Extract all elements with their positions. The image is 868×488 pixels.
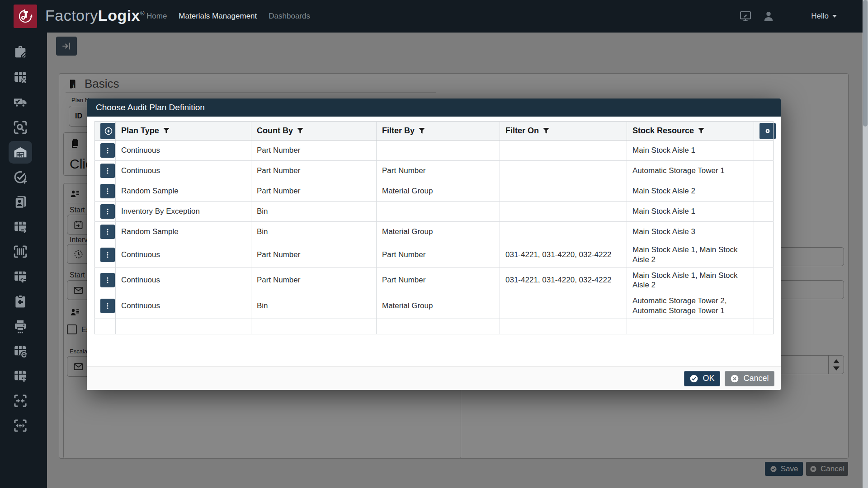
row-menu-button[interactable] — [100, 164, 115, 178]
sidebar-item-contact-cards[interactable] — [9, 191, 32, 213]
kebab-menu-icon — [104, 276, 112, 284]
table-row[interactable]: Random Sample Bin Material Group Main St… — [95, 222, 774, 242]
cell-plan-type: Continuous — [116, 141, 251, 161]
cell-stock-resource: Main Stock Aisle 1 — [627, 141, 754, 161]
column-header-plan-type[interactable]: Plan Type — [116, 122, 251, 141]
table-row[interactable]: Continuous Part Number Main Stock Aisle … — [95, 141, 774, 161]
kebab-menu-icon — [104, 251, 112, 259]
cell-stock-resource: Main Stock Aisle 3 — [627, 222, 754, 242]
table-add-icon — [13, 368, 28, 384]
nav-materials-management[interactable]: Materials Management — [179, 12, 257, 21]
user-icon[interactable] — [762, 9, 775, 23]
briefcase-edit-icon — [13, 45, 28, 60]
filter-icon — [543, 128, 549, 134]
row-menu-button[interactable] — [100, 225, 115, 239]
column-header-stock-resource[interactable]: Stock Resource — [627, 122, 754, 141]
table-delete-icon — [13, 70, 28, 85]
cell-plan-type: Continuous — [116, 267, 251, 293]
kebab-menu-icon — [104, 167, 112, 175]
cell-filter-by: Part Number — [377, 267, 500, 293]
table-row[interactable]: Random Sample Part Number Material Group… — [95, 181, 774, 202]
row-menu-button[interactable] — [100, 143, 115, 158]
sidebar-item-box-transfer-in[interactable] — [9, 389, 32, 412]
row-menu-button[interactable] — [100, 299, 115, 313]
user-menu-label: Hello — [811, 12, 829, 21]
box-transfer-in-icon — [13, 393, 28, 408]
cell-filter-on — [500, 181, 627, 202]
filter-icon — [163, 128, 170, 134]
kebab-menu-icon — [104, 302, 112, 310]
cell-plan-type: Inventory By Exception — [116, 202, 251, 222]
ok-button[interactable]: OK — [684, 371, 720, 386]
cancel-button[interactable]: Cancel — [725, 371, 774, 386]
sidebar-item-briefcase-edit[interactable] — [9, 41, 32, 64]
sidebar-item-scan-search[interactable] — [9, 116, 32, 139]
scan-search-icon — [13, 120, 28, 135]
cell-filter-by: Material Group — [377, 222, 500, 242]
sidebar-item-table-delete[interactable] — [9, 66, 32, 89]
tool-sidebar — [0, 33, 47, 488]
user-menu[interactable]: Hello — [811, 0, 837, 33]
modal-title: Choose Audit Plan Definition — [96, 103, 205, 113]
sidebar-item-check-circle-add[interactable] — [9, 166, 32, 188]
main-nav: Home Materials Management Dashboards — [146, 0, 310, 33]
row-menu-button[interactable] — [100, 248, 115, 262]
cell-filter-on: 031-4221, 031-4220, 032-4222 — [500, 242, 627, 268]
table-row[interactable]: Continuous Part Number Part Number 031-4… — [95, 242, 774, 268]
table-export-icon — [13, 219, 28, 235]
cancel-label: Cancel — [743, 374, 769, 383]
sidebar-item-table-export[interactable] — [9, 216, 32, 238]
sidebar-item-printer[interactable] — [9, 315, 32, 338]
table-row[interactable]: Inventory By Exception Bin Main Stock Ai… — [95, 202, 774, 222]
modal-body: Plan Type Count By Filter By Filter On S… — [87, 117, 781, 366]
add-row-button[interactable] — [100, 123, 117, 139]
truck-check-icon — [13, 94, 28, 110]
sidebar-item-barcode-scan[interactable] — [9, 240, 32, 263]
row-menu-button[interactable] — [100, 184, 115, 198]
sidebar-item-table-import[interactable] — [9, 265, 32, 288]
page-scrollbar[interactable] — [863, 0, 868, 488]
nav-home[interactable]: Home — [146, 12, 167, 21]
cell-filter-by: Material Group — [377, 181, 500, 202]
cell-count-by: Part Number — [251, 141, 377, 161]
nav-dashboards[interactable]: Dashboards — [269, 12, 310, 21]
sidebar-item-warehouse[interactable] — [9, 141, 32, 164]
sidebar-item-table-refresh[interactable] — [9, 340, 32, 362]
row-menu-button[interactable] — [100, 273, 115, 287]
cell-filter-on — [500, 222, 627, 242]
column-header-filter-on[interactable]: Filter On — [500, 122, 627, 141]
sidebar-item-truck-check[interactable] — [9, 91, 32, 113]
cell-stock-resource: Automatic Storage Tower 2, Automatic Sto… — [627, 293, 754, 319]
row-menu-button[interactable] — [100, 204, 115, 219]
sidebar-item-clipboard-return[interactable] — [9, 290, 32, 313]
grid-settings-button[interactable] — [760, 123, 776, 139]
contact-cards-icon — [13, 194, 28, 210]
check-circle-add-icon — [13, 169, 28, 185]
table-row[interactable]: Continuous Part Number Part Number Autom… — [95, 161, 774, 181]
column-header-count-by[interactable]: Count By — [251, 122, 377, 141]
cell-filter-by — [377, 202, 500, 222]
cell-plan-type: Continuous — [116, 293, 251, 319]
empty-table-row — [95, 319, 774, 334]
table-row[interactable]: Continuous Part Number Part Number 031-4… — [95, 267, 774, 293]
printer-icon — [13, 319, 28, 334]
audit-plan-definition-modal: Choose Audit Plan Definition Plan Type C… — [87, 99, 781, 390]
cell-filter-by — [377, 141, 500, 161]
filter-icon — [698, 128, 704, 134]
ok-label: OK — [703, 374, 714, 383]
cell-filter-by: Part Number — [377, 161, 500, 181]
kebab-menu-icon — [104, 146, 112, 155]
factorylogix-logo[interactable] — [14, 5, 37, 28]
cell-plan-type: Continuous — [116, 242, 251, 268]
cell-plan-type: Random Sample — [116, 222, 251, 242]
sidebar-item-table-add[interactable] — [9, 365, 32, 387]
scrollbar-thumb[interactable] — [863, 0, 868, 127]
monitor-edit-icon[interactable] — [739, 10, 752, 23]
clipboard-return-icon — [13, 294, 28, 309]
sidebar-item-box-transfer-out[interactable] — [9, 414, 32, 437]
cell-plan-type: Random Sample — [116, 181, 251, 202]
add-column-header — [95, 122, 116, 141]
x-circle-icon — [730, 374, 739, 383]
table-row[interactable]: Continuous Bin Material Group Automatic … — [95, 293, 774, 319]
column-header-filter-by[interactable]: Filter By — [377, 122, 500, 141]
